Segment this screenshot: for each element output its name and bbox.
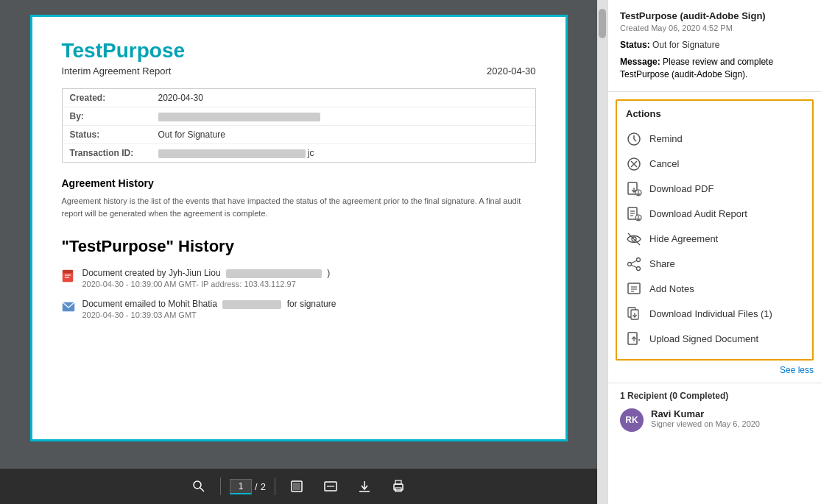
share-action[interactable]: Share — [626, 252, 803, 277]
recipient-name: Ravi Kumar — [651, 408, 760, 419]
search-button[interactable] — [186, 477, 211, 496]
history-item-1-title: Document emailed to Mohit Bhatia for sig… — [82, 299, 336, 309]
svg-point-36 — [628, 262, 632, 266]
history-1-blurred — [222, 300, 281, 309]
svg-rect-8 — [293, 483, 300, 490]
svg-line-18 — [634, 139, 636, 141]
download-files-action[interactable]: Download Individual Files (1) — [626, 302, 803, 327]
by-blurred — [158, 113, 320, 121]
transaction-label: Transaction ID: — [70, 148, 158, 158]
fit-width-button[interactable] — [318, 477, 343, 496]
right-panel-header: TestPurpose (audit-Adobe Sign) Created M… — [608, 0, 821, 92]
doc-info-by: By: — [63, 107, 535, 126]
history-item-1-content: Document emailed to Mohit Bhatia for sig… — [82, 299, 336, 319]
toolbar-divider-1 — [220, 478, 221, 495]
hide-icon — [626, 231, 642, 247]
status-value: Out for Signature — [652, 40, 719, 50]
history-item-0-title: Document created by Jyh-Jiun Liou ) — [82, 268, 331, 278]
doc-info-status: Status: Out for Signature — [63, 126, 535, 144]
add-notes-action[interactable]: Add Notes — [626, 277, 803, 302]
document-viewer: TestPurpose Interim Agreement Report 202… — [0, 0, 597, 504]
recipient-avatar: RK — [620, 408, 644, 432]
fit-page-icon — [290, 480, 303, 493]
svg-point-34 — [637, 258, 641, 261]
message-label: Message: — [620, 57, 660, 67]
history-item-0-content: Document created by Jyh-Jiun Liou ) 2020… — [82, 268, 331, 288]
page-number-input[interactable] — [230, 479, 252, 494]
svg-point-35 — [637, 266, 641, 270]
transaction-value: jc — [158, 148, 314, 158]
recipient-item: RK Ravi Kumar Signer viewed on May 6, 20… — [620, 408, 809, 432]
svg-line-33 — [628, 233, 640, 245]
recipients-section: 1 Recipient (0 Completed) RK Ravi Kumar … — [608, 383, 821, 439]
upload-signed-action[interactable]: Upload Signed Document — [626, 327, 803, 352]
remind-action[interactable]: Remind — [626, 127, 803, 152]
search-icon — [192, 480, 205, 493]
actions-panel: Actions Remind Cancel — [616, 99, 814, 361]
recipient-status: Signer viewed on May 6, 2020 — [651, 419, 760, 428]
download-audit-action[interactable]: Download Audit Report — [626, 202, 803, 227]
scroll-thumb[interactable] — [599, 9, 606, 38]
by-label: By: — [70, 111, 158, 121]
notes-icon — [626, 281, 642, 297]
doc-subtitle-row: Interim Agreement Report 2020-04-30 — [62, 65, 536, 77]
doc-created-icon — [62, 269, 75, 283]
history-item-1-date: 2020-04-30 - 10:39:03 AM GMT — [82, 310, 336, 319]
download-files-label: Download Individual Files (1) — [649, 308, 772, 319]
doc-info-created: Created: 2020-04-30 — [63, 89, 535, 107]
doc-toolbar: / 2 — [0, 469, 597, 504]
upload-signed-label: Upload Signed Document — [649, 333, 758, 344]
download-button[interactable] — [352, 477, 377, 496]
svg-point-5 — [194, 481, 201, 489]
cancel-action[interactable]: Cancel — [626, 152, 803, 177]
scroll-bar[interactable] — [597, 0, 607, 504]
hide-agreement-action[interactable]: Hide Agreement — [626, 227, 803, 252]
print-button[interactable] — [386, 477, 411, 496]
created-label: Created: — [70, 93, 158, 103]
doc-emailed-icon — [62, 300, 75, 313]
message-row: Message: Please review and complete Test… — [620, 56, 809, 81]
doc-subtitle: Interim Agreement Report — [62, 65, 172, 77]
agreement-history-title: Agreement History — [62, 177, 536, 189]
download-pdf-label: Download PDF — [649, 183, 713, 194]
history-item-0-date: 2020-04-30 - 10:39:00 AM GMT- IP address… — [82, 280, 331, 288]
actions-title: Actions — [626, 108, 803, 119]
upload-icon — [626, 331, 642, 347]
recipient-info: Ravi Kumar Signer viewed on May 6, 2020 — [651, 408, 760, 428]
download-pdf-action[interactable]: Download PDF — [626, 177, 803, 202]
fit-page-button[interactable] — [284, 477, 309, 496]
history-section-title: "TestPurpose" History — [62, 237, 536, 256]
status-label: Status: — [620, 40, 650, 50]
agreement-created-date: Created May 06, 2020 4:52 PM — [620, 24, 809, 32]
add-notes-label: Add Notes — [649, 283, 694, 294]
download-audit-label: Download Audit Report — [649, 208, 747, 219]
cancel-label: Cancel — [649, 158, 679, 169]
share-label: Share — [649, 258, 675, 269]
transaction-blurred — [158, 149, 306, 158]
svg-rect-39 — [628, 283, 640, 294]
doc-info-transaction: Transaction ID: jc — [63, 144, 535, 162]
right-panel: TestPurpose (audit-Adobe Sign) Created M… — [607, 0, 821, 504]
recipients-title: 1 Recipient (0 Completed) — [620, 391, 809, 401]
history-item-1: Document emailed to Mohit Bhatia for sig… — [62, 299, 536, 319]
status-label: Status: — [70, 129, 158, 140]
download-pdf-icon — [626, 181, 642, 197]
print-icon — [392, 480, 405, 493]
page-input-group: / 2 — [230, 479, 266, 494]
document-container: TestPurpose Interim Agreement Report 202… — [0, 0, 597, 469]
status-row: Status: Out for Signature — [620, 40, 809, 50]
status-value: Out for Signature — [158, 129, 225, 140]
agreement-title: TestPurpose (audit-Adobe Sign) — [620, 10, 809, 21]
created-value: 2020-04-30 — [158, 93, 203, 103]
see-less-link[interactable]: See less — [608, 361, 821, 377]
page-total: 2 — [261, 481, 266, 492]
page-separator: / — [255, 481, 258, 492]
share-icon — [626, 256, 642, 272]
document-page: TestPurpose Interim Agreement Report 202… — [30, 15, 568, 441]
recipient-initials: RK — [625, 415, 638, 425]
svg-line-38 — [631, 265, 637, 268]
doc-info-table: Created: 2020-04-30 By: Status: Out for … — [62, 88, 536, 163]
download-audit-icon — [626, 206, 642, 222]
clock-icon — [626, 131, 642, 147]
cancel-icon — [626, 156, 642, 172]
